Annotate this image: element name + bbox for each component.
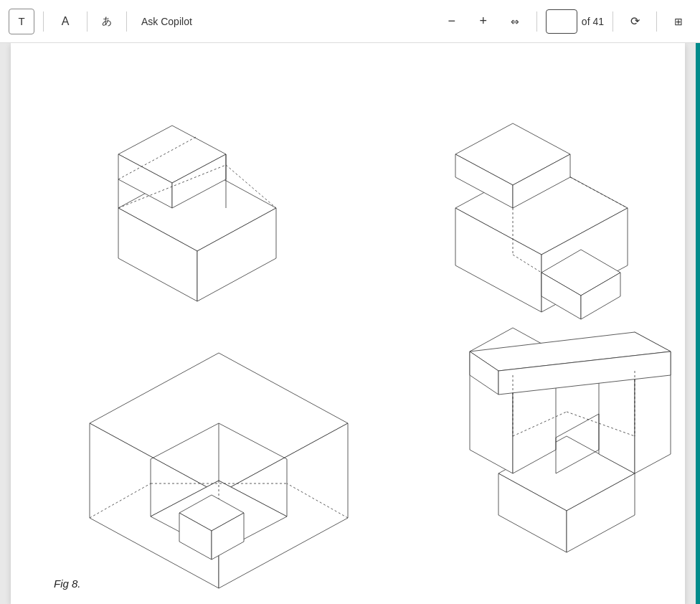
pdf-area: Fig 8. bbox=[0, 43, 696, 604]
layout-button[interactable]: ⊞ bbox=[666, 9, 691, 34]
rotate-button[interactable]: ⟳ bbox=[622, 9, 648, 34]
fig-caption: Fig 8. bbox=[54, 577, 81, 590]
bottom-left-drawing bbox=[90, 353, 348, 588]
fit-page-icon: ⇔ bbox=[511, 16, 519, 27]
read-aloud-icon: A bbox=[62, 15, 70, 28]
text-select-icon: T bbox=[18, 15, 24, 27]
svg-line-54 bbox=[556, 414, 599, 438]
page-number-input[interactable]: 11 bbox=[546, 9, 577, 34]
bottom-right-drawing bbox=[470, 328, 671, 552]
read-aloud-button[interactable]: A bbox=[52, 9, 78, 34]
ask-copilot-label: Ask Copilot bbox=[141, 16, 192, 27]
separator-4 bbox=[536, 11, 537, 32]
separator-2 bbox=[87, 11, 88, 32]
translate-button[interactable]: あ bbox=[96, 9, 118, 34]
separator-5 bbox=[612, 11, 613, 32]
text-select-button[interactable]: T bbox=[9, 9, 34, 34]
page-navigation: 11 of 41 bbox=[546, 9, 604, 34]
zoom-out-button[interactable]: − bbox=[439, 9, 465, 34]
ask-copilot-button[interactable]: Ask Copilot bbox=[136, 9, 198, 34]
main-area: Fig 8. bbox=[0, 43, 700, 604]
zoom-out-icon: − bbox=[448, 14, 456, 29]
top-left-drawing bbox=[118, 126, 276, 301]
layout-icon: ⊞ bbox=[674, 16, 683, 27]
translate-label: あ bbox=[102, 15, 112, 28]
top-right-drawing bbox=[455, 123, 628, 319]
zoom-in-button[interactable]: + bbox=[470, 9, 496, 34]
fit-page-button[interactable]: ⇔ bbox=[502, 9, 528, 34]
rotate-icon: ⟳ bbox=[630, 14, 640, 28]
zoom-in-icon: + bbox=[480, 14, 488, 29]
page-of-label: of 41 bbox=[582, 16, 604, 27]
toolbar: T A あ Ask Copilot − + ⇔ 11 of 41 ⟳ ⊞ bbox=[0, 0, 700, 43]
pdf-page: Fig 8. bbox=[11, 43, 685, 604]
right-panel-accent bbox=[696, 43, 700, 604]
drawings-svg bbox=[11, 43, 685, 604]
separator-6 bbox=[656, 11, 657, 32]
separator-1 bbox=[43, 11, 44, 32]
separator-3 bbox=[126, 11, 127, 32]
